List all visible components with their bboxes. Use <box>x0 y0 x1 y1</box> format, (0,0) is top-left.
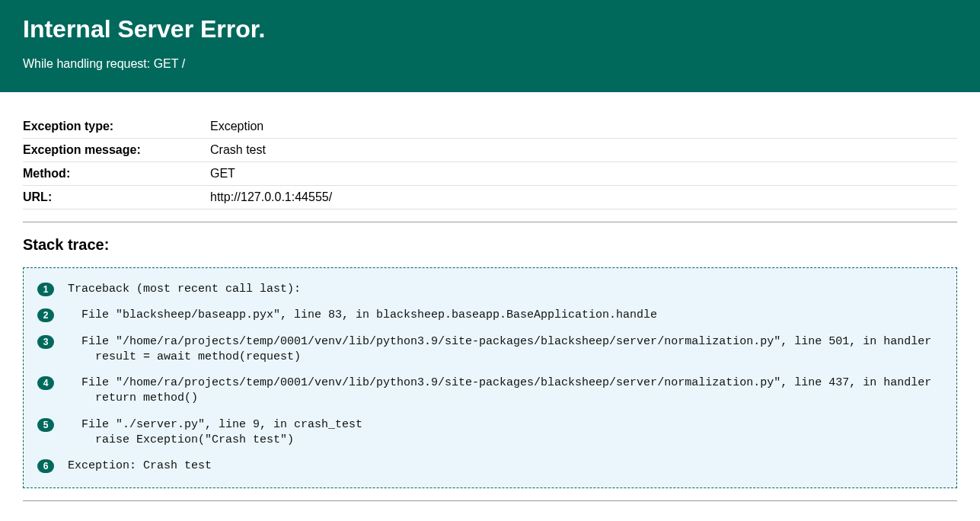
info-label: Method: <box>23 162 210 186</box>
info-value: Crash test <box>210 139 957 162</box>
error-content: Exception type: Exception Exception mess… <box>0 92 980 521</box>
trace-line-text: Traceback (most recent call last): <box>68 282 301 297</box>
trace-line: 4 File "/home/ra/projects/temp/0001/venv… <box>37 376 943 407</box>
trace-line-text: File "blacksheep/baseapp.pyx", line 83, … <box>68 308 657 323</box>
exception-info-table: Exception type: Exception Exception mess… <box>23 115 957 209</box>
info-row-method: Method: GET <box>23 162 957 186</box>
trace-line-text: File "./server.py", line 9, in crash_tes… <box>68 417 362 449</box>
info-value: http://127.0.0.1:44555/ <box>210 186 957 209</box>
info-row-exception-type: Exception type: Exception <box>23 115 957 139</box>
request-subtitle: While handling request: GET / <box>23 57 957 71</box>
error-header: Internal Server Error. While handling re… <box>0 0 980 92</box>
trace-line-number: 2 <box>37 308 54 322</box>
stack-trace-title: Stack trace: <box>23 236 957 254</box>
trace-line-number: 5 <box>37 418 54 432</box>
page-title: Internal Server Error. <box>23 15 957 43</box>
info-row-exception-message: Exception message: Crash test <box>23 139 957 162</box>
trace-line-number: 4 <box>37 376 54 390</box>
trace-line-number: 6 <box>37 459 54 473</box>
trace-line-text: Exception: Crash test <box>68 459 212 474</box>
info-row-url: URL: http://127.0.0.1:44555/ <box>23 186 957 209</box>
info-label: Exception message: <box>23 139 210 162</box>
info-label: URL: <box>23 186 210 209</box>
trace-line: 1 Traceback (most recent call last): <box>37 282 943 297</box>
trace-line: 6 Exception: Crash test <box>37 459 943 474</box>
trace-line: 3 File "/home/ra/projects/temp/0001/venv… <box>37 334 943 366</box>
trace-line-number: 3 <box>37 335 54 349</box>
info-value: Exception <box>210 115 957 139</box>
trace-line: 5 File "./server.py", line 9, in crash_t… <box>37 417 943 449</box>
stack-trace-box: 1 Traceback (most recent call last): 2 F… <box>23 267 957 488</box>
section-divider <box>23 500 957 501</box>
section-divider <box>23 222 957 222</box>
trace-line-number: 1 <box>37 283 54 296</box>
trace-line-text: File "/home/ra/projects/temp/0001/venv/l… <box>68 334 931 366</box>
info-label: Exception type: <box>23 115 210 139</box>
trace-line: 2 File "blacksheep/baseapp.pyx", line 83… <box>37 308 943 323</box>
trace-line-text: File "/home/ra/projects/temp/0001/venv/l… <box>68 376 931 407</box>
info-value: GET <box>210 162 957 186</box>
